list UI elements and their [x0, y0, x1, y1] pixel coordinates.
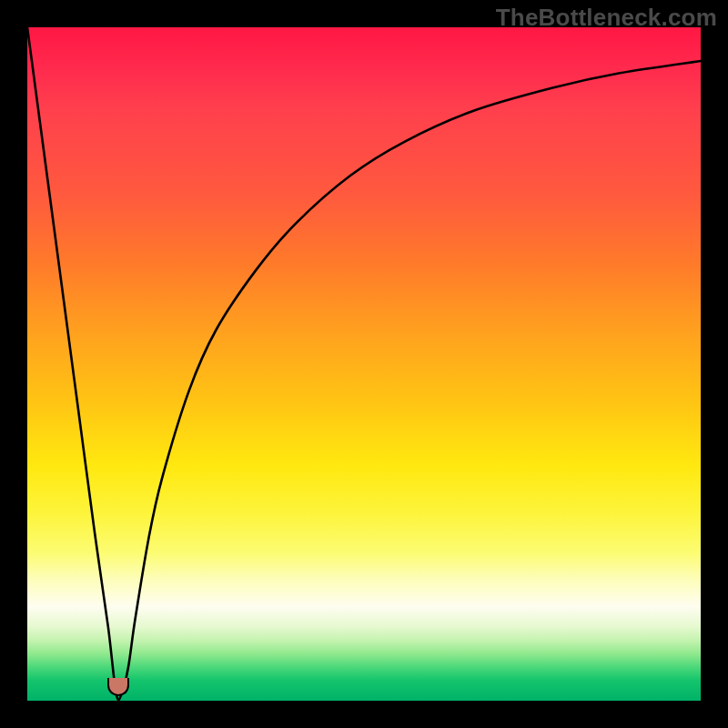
- minimum-marker: [107, 678, 129, 696]
- chart-frame: TheBottleneck.com: [0, 0, 728, 728]
- plot-area: [27, 27, 701, 701]
- watermark-text: TheBottleneck.com: [496, 4, 717, 32]
- bottleneck-curve: [27, 27, 701, 701]
